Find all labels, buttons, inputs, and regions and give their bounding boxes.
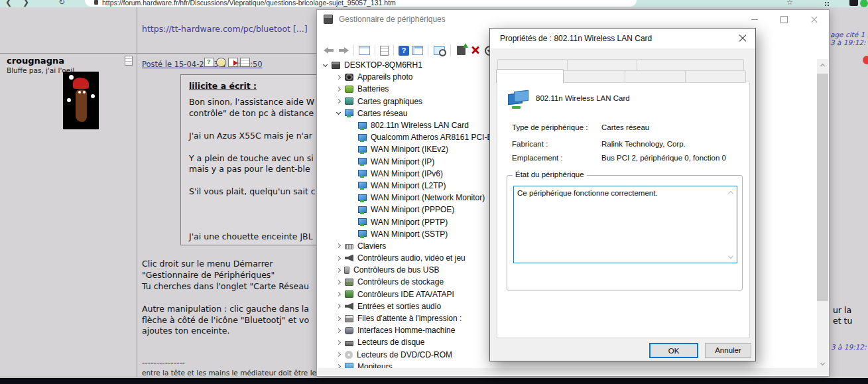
field-row: Emplacement : Bus PCI 2, périphérique 0,… [512,154,744,162]
network-icon [358,134,367,141]
field-label: Emplacement : [512,154,601,162]
console-window-icon[interactable] [359,46,370,55]
ok-button[interactable]: OK [649,343,698,358]
expand-chevron[interactable] [334,338,343,347]
network-icon [358,206,367,214]
field-row: Fabricant : Ralink Technology, Corp. [512,140,744,148]
tab[interactable] [685,70,746,83]
printer-icon [345,315,353,322]
reload-icon[interactable]: ↻ [58,0,65,7]
network-icon [345,109,353,117]
bottom-bar [0,378,868,384]
expand-chevron[interactable] [334,302,343,311]
field-value: Cartes réseau [601,123,649,131]
network-icon [358,122,367,129]
dialog-titlebar[interactable]: Propriétés de : 802.11n Wireless LAN Car… [490,29,755,48]
expand-chevron[interactable] [334,253,343,263]
expand-chevron[interactable] [334,314,343,323]
field-row: Type de périphérique : Cartes réseau [512,123,744,131]
profile-icon[interactable] [849,0,858,6]
scrollbar-thumb[interactable] [817,74,828,301]
author-name[interactable]: crougnagna [7,56,64,66]
network-adapter-icon [508,90,532,109]
smiley-icon[interactable] [216,58,226,67]
url-text: https://forum.hardware.fr/hfr/Discussion… [102,0,396,7]
group-legend: État du périphérique [513,170,587,178]
tree-scrollbar[interactable] [817,59,828,369]
uninstall-icon[interactable] [471,46,480,55]
field-label: Fabricant : [512,140,601,148]
maximize-button[interactable] [769,10,799,29]
expand-chevron[interactable] [334,350,343,359]
expand-chevron[interactable] [334,277,343,287]
network-icon [358,182,367,189]
network-icon [358,218,367,225]
tab[interactable] [563,70,625,83]
expand-chevron[interactable] [334,84,343,94]
help-icon[interactable] [399,46,409,56]
dialog-title: Propriétés de : 802.11n Wireless LAN Car… [500,34,652,43]
expand-chevron[interactable] [334,326,343,335]
scan-icon[interactable] [434,46,445,55]
field-value: Ralink Technology, Corp. [601,140,686,148]
back-icon[interactable] [324,46,335,54]
forum-row-divider-bottom [0,377,316,377]
tt-hardware-link[interactable]: https://tt-hardware.com/pc/bluetoot [...… [142,24,308,34]
expand-chevron[interactable] [334,241,343,251]
expand-chevron[interactable] [334,290,343,299]
ide-icon [345,290,353,298]
reply-icon[interactable] [228,58,238,67]
browser-back-icon[interactable]: ❮ [5,0,12,7]
close-button[interactable] [799,10,829,29]
avatar [63,72,99,129]
network-icon [358,170,367,177]
cancel-button[interactable]: Annuler [705,343,751,358]
tab[interactable] [496,69,564,84]
action-pane-icon[interactable] [412,46,423,55]
body-fragment-2: et tu [833,316,852,326]
field-value: Bus PCI 2, périphérique 0, fonction 0 [601,154,726,162]
camera-icon [345,74,353,81]
extensions-icon[interactable] [824,1,830,7]
expand-chevron[interactable] [334,109,343,118]
forward-icon[interactable] [338,46,349,54]
date-fragment-bottom: 3 à 19:12: [831,343,867,351]
expand-chevron[interactable] [320,60,330,70]
status-textbox[interactable]: Ce périphérique fonctionne correctement. [513,186,737,263]
browser-forward-icon[interactable]: ❯ [23,0,29,7]
devmgr-titlebar[interactable]: Gestionnaire de périphériques [317,10,829,29]
audio-icon [345,302,353,310]
network-icon [358,194,367,202]
minimize-button[interactable] [739,10,769,29]
bookmark-star-icon[interactable]: ☆ [786,0,793,7]
dialog-close-icon[interactable] [738,34,747,43]
post-action-icons [204,58,252,67]
audio-icon [345,255,353,262]
expand-chevron[interactable] [334,97,343,106]
browser-toolbar: ❮ ❯ ↻ https://forum.hardware.fr/hfr/Disc… [0,0,868,7]
expand-chevron[interactable] [334,72,343,82]
cited-fragment: age cité 1 f [830,31,868,38]
properties-icon[interactable] [380,46,389,56]
device-name: 802.11n Wireless LAN Card [536,94,630,102]
scroll-up-icon[interactable] [817,59,828,70]
expand-chevron[interactable] [334,265,343,275]
usb-icon [344,267,349,274]
forum-row-divider [0,53,316,54]
device-status-group: État du périphérique Ce périphérique fon… [507,175,743,290]
lock-icon [94,0,98,5]
edit-icon[interactable] [240,58,250,67]
signature-divider: --------------- [142,358,185,367]
field-label: Type de périphérique : [512,123,601,131]
profile-page-icon[interactable] [125,56,133,66]
date-fragment-top: 3 à 19:12: [830,38,866,46]
quote-icon[interactable] [204,58,214,67]
properties-dialog: Propriétés de : 802.11n Wireless LAN Car… [489,28,756,361]
status-dot-icon [860,0,868,7]
address-bar[interactable]: https://forum.hardware.fr/hfr/Discussion… [85,0,637,7]
device-manager-icon [324,15,333,24]
update-driver-icon[interactable] [457,46,465,55]
tab[interactable] [625,70,686,83]
general-tab-panel: 802.11n Wireless LAN Card Type de périph… [497,82,750,338]
devmgr-bottom-strip [318,368,829,375]
